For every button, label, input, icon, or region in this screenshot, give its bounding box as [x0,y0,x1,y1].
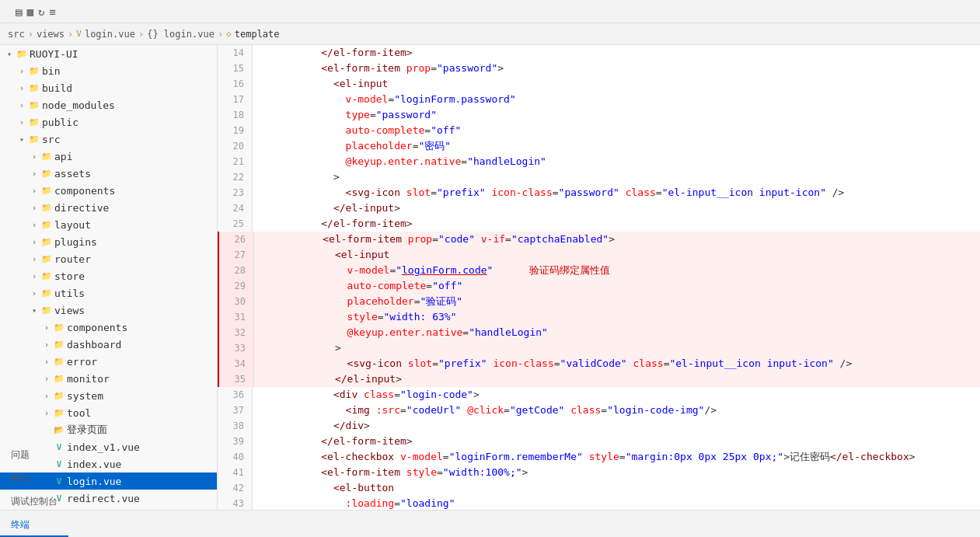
folder-icon: 📁 [53,374,65,384]
sidebar-item-components[interactable]: 📁components [0,182,217,199]
directive-attr: v-model [347,264,390,276]
chevron-icon [16,84,28,92]
sidebar-item-store[interactable]: 📁store [0,267,217,284]
code-line-28: 28 v-model="loginForm.code" 验证码绑定属性值 [218,263,980,278]
bottom-tab-output[interactable]: 输出 [0,467,68,490]
sidebar-item-dashboard[interactable]: 📁dashboard [0,336,217,353]
attr-value: "off" [431,124,461,136]
sidebar-item-plugins[interactable]: 📁plugins [0,233,217,250]
code-editor[interactable]: 14 </el-form-item>15 <el-form-item prop=… [218,45,980,510]
sidebar-item-label: components [67,322,127,333]
code-line-30: 30 placeholder="验证码" [218,294,980,309]
sidebar-item-directive[interactable]: 📁directive [0,199,217,216]
sidebar-item-bin[interactable]: 📁bin [0,62,217,79]
attr-value: "prefix" [437,187,486,198]
new-folder-icon[interactable]: ▩ [26,5,33,18]
code-line-34: 34 <svg-icon slot="prefix" icon-class="v… [218,356,980,371]
bottom-tab-problems[interactable]: 问题 [0,444,68,467]
tag: <el-input [333,78,388,89]
sidebar-item-label: utils [54,288,85,299]
tag: <el-form-item [321,62,400,74]
line-content: <el-form-item prop="password"> [253,61,504,76]
attr-value: "code" [438,233,475,245]
code-line-26: 26 <el-form-item prop="code" v-if="captc… [218,232,980,247]
line-number: 19 [218,123,253,138]
attr-value: "password" [376,109,437,120]
sidebar-item-label: index.vue [67,459,121,470]
code-line-20: 20 placeholder="密码" [218,138,980,154]
attr-name: placeholder [347,295,414,307]
attr-value: "prefix" [438,357,487,369]
line-number: 40 [218,449,253,465]
sidebar-item-label: layout [54,219,91,231]
sidebar-item-components2[interactable]: 📁components [0,319,217,336]
collapse-icon[interactable]: ≡ [49,5,55,18]
line-content: placeholder="密码" [253,138,451,154]
code-line-16: 16 <el-input [218,76,980,92]
bottom-tab-debug-console[interactable]: 调试控制台 [0,490,68,514]
attr-value: "el-input__icon input-icon" [669,357,833,369]
attr-value: "handleLogin" [467,155,546,167]
line-number: 42 [218,480,253,496]
sidebar-item-api[interactable]: 📁api [0,148,217,165]
attr-name: style [589,451,619,462]
chevron-icon [28,152,40,161]
line-content: > [253,169,340,185]
line-number: 31 [219,309,254,325]
breadcrumb-obj: {} login.vue [147,29,214,40]
code-line-33: 33 > [218,340,980,356]
sidebar-item-tool[interactable]: 📁tool [0,404,217,421]
sidebar-item-login-page-label[interactable]: 📂登录页面 [0,421,217,438]
sidebar-item-public[interactable]: 📁public [0,113,217,131]
sidebar-item-layout[interactable]: 📁layout [0,216,217,233]
tag: <el-form-item [321,466,400,478]
folder-icon: 📁 [28,117,40,127]
sidebar-item-label: error [67,356,97,368]
line-number: 17 [218,92,253,107]
new-file-icon[interactable]: ▤ [16,5,22,18]
folder-icon: 📁 [28,66,40,76]
chevron-icon [28,289,40,298]
attr-name: @click [467,404,504,416]
sidebar-item-build[interactable]: 📁build [0,79,217,96]
line-content: <svg-icon slot="prefix" icon-class="pass… [253,185,844,201]
sidebar-item-node_modules[interactable]: 📁node_modules [0,96,217,113]
refresh-icon[interactable]: ↻ [38,5,44,18]
line-number: 27 [219,247,254,263]
bottom-tab-terminal[interactable]: 终端 [0,514,68,537]
sidebar-item-system[interactable]: 📁system [0,387,217,404]
folder-icon: 📁 [40,288,53,298]
line-content: <div class="login-code"> [253,387,480,403]
line-content: <el-input [254,247,389,263]
sidebar-item-assets[interactable]: 📁assets [0,165,217,182]
attr-value: "getCode" [510,404,564,416]
attr-value: "loginForm.rememberMe" [449,451,583,462]
sidebar-item-monitor[interactable]: 📁monitor [0,370,217,387]
sidebar-item-src[interactable]: 📁src [0,131,217,148]
code-line-14: 14 </el-form-item> [218,45,980,61]
sidebar-item-label: RUOYI-UI [30,48,78,60]
chevron-icon [28,238,40,246]
tag: </div [333,420,364,431]
breadcrumb-views: views [37,29,65,40]
sidebar-item-views[interactable]: 📁views [0,302,217,319]
attr-name: class [633,357,663,369]
chevron-icon [28,187,40,195]
sidebar-item-label: redirect.vue [67,493,140,504]
attr-name: auto-complete [347,280,427,291]
chevron-icon [28,204,40,212]
sidebar-item-error[interactable]: 📁error [0,353,217,370]
sidebar-item-label: node_modules [42,99,115,111]
tag: <div [333,389,357,400]
sidebar-item-label: store [54,270,85,282]
sidebar-item-ruoyi-ui[interactable]: 📁RUOYI-UI [0,45,217,62]
folder-icon: 📁 [53,408,65,418]
chevron-icon [40,409,53,417]
attr-name: style [406,466,437,478]
sidebar-item-utils[interactable]: 📁utils [0,284,217,302]
chevron-icon [28,272,40,281]
attr-value: "loginForm.code" [396,264,493,276]
chevron-icon [16,118,28,127]
editor-area: 14 </el-form-item>15 <el-form-item prop=… [218,45,980,510]
sidebar-item-router[interactable]: 📁router [0,250,217,267]
